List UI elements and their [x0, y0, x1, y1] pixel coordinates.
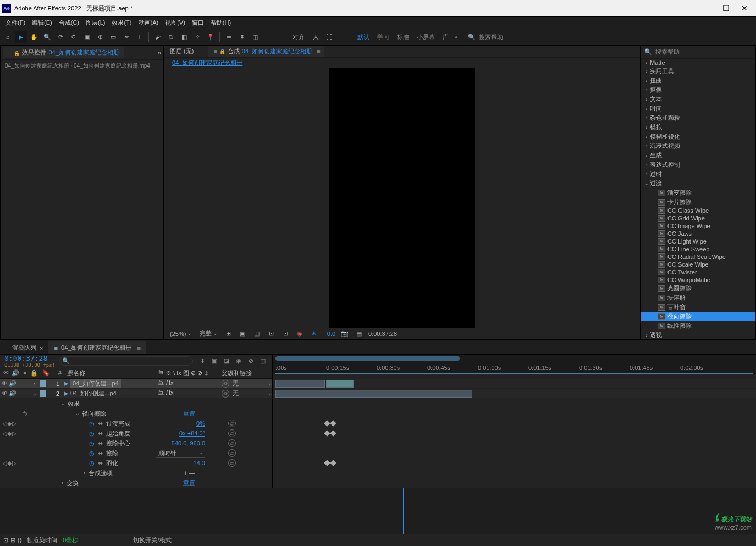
prop-value[interactable]: 0%: [196, 420, 205, 427]
workspace-tab[interactable]: 库: [443, 33, 449, 41]
close-button[interactable]: ✕: [735, 2, 754, 15]
shape-tool[interactable]: ▭: [107, 31, 119, 43]
keyframe[interactable]: [330, 430, 336, 436]
roi-icon[interactable]: ◫: [252, 329, 262, 339]
viewaxis-tool[interactable]: ◫: [249, 31, 261, 43]
effect-item[interactable]: fxCC WarpoMatic: [641, 276, 755, 284]
panel-menu-icon[interactable]: ≡: [317, 48, 320, 54]
effect-category[interactable]: ›实用工具: [641, 67, 755, 76]
stopwatch-icon[interactable]: ◷: [89, 430, 95, 437]
worldaxis-tool[interactable]: ⬍: [236, 31, 248, 43]
pickwhip-icon[interactable]: @: [222, 380, 229, 388]
shy-icon[interactable]: ◪: [222, 357, 231, 365]
video-column-icon[interactable]: 👁: [2, 369, 10, 377]
menu-item[interactable]: 效果(T): [108, 18, 135, 28]
rotate-tool[interactable]: ⥀: [68, 31, 80, 43]
mask-icon[interactable]: ▣: [238, 329, 247, 339]
parent-dropdown[interactable]: 无: [233, 389, 239, 398]
menubar[interactable]: 文件(F)编辑(E)合成(C)图层(L)效果(T)动画(A)视图(V)窗口帮助(…: [0, 16, 756, 29]
workspace-tab[interactable]: 标准: [397, 33, 409, 41]
pickwhip-icon[interactable]: @: [228, 449, 236, 457]
effect-item[interactable]: fx径向擦除: [641, 312, 755, 321]
timeline-comp-tab[interactable]: ■ 04_如何创建家庭纪念相册 ≡: [48, 341, 146, 354]
effect-item[interactable]: fxCC Scale Wipe: [641, 261, 755, 268]
effects-group-label[interactable]: 效果: [68, 400, 80, 408]
keyframe[interactable]: [324, 420, 330, 426]
reset-link[interactable]: 重置: [183, 410, 195, 418]
search-input[interactable]: 搜索帮助: [479, 33, 503, 41]
maximize-button[interactable]: ☐: [716, 2, 735, 15]
effect-item[interactable]: fx卡片擦除: [641, 197, 755, 207]
toggle-switch-icon[interactable]: ⊞: [10, 537, 15, 544]
grid-icon[interactable]: ⊡: [266, 329, 276, 339]
comp-mini-flowchart-icon[interactable]: ⬍: [197, 357, 207, 365]
effect-item[interactable]: fx百叶窗: [641, 302, 755, 312]
toggle-switch-icon[interactable]: {}: [18, 537, 21, 544]
property-row[interactable]: ◁◆▷◷ ⬌ 羽化14.0@: [0, 458, 272, 468]
effect-category-expanded[interactable]: ⌵过渡: [641, 179, 755, 188]
localaxis-tool[interactable]: ⬌: [223, 31, 235, 43]
property-row[interactable]: ◁◆▷◷ ⬌ 过渡完成0%@: [0, 418, 272, 428]
lock-column-icon[interactable]: 🔒: [30, 369, 38, 377]
timeline-navigator[interactable]: [275, 356, 460, 361]
type-tool[interactable]: T: [134, 31, 146, 43]
frame-blend-icon[interactable]: ◉: [234, 357, 244, 365]
pickwhip-icon[interactable]: @: [222, 390, 229, 398]
prop-value[interactable]: 540.0, 960.0: [172, 440, 205, 446]
work-area-bar[interactable]: [275, 373, 753, 374]
layer-clip[interactable]: [326, 380, 354, 388]
effects-search-input[interactable]: 搜索帮助: [655, 48, 680, 56]
source-name-header[interactable]: 源名称: [62, 369, 158, 377]
layer-panel-tab[interactable]: 图层 (无): [167, 46, 197, 57]
menu-item[interactable]: 帮助(H): [207, 18, 234, 28]
motion-blur-icon[interactable]: ⊘: [246, 357, 256, 365]
property-row[interactable]: ◁◆▷◷ ⬌ 起始角度0x +84.0°@: [0, 428, 272, 438]
time-ruler[interactable]: :00s0:00:15s0:00:30s0:00:45s0:01:00s0:01…: [273, 362, 756, 374]
effect-category[interactable]: ›过时: [641, 169, 755, 179]
effect-category[interactable]: ›杂色和颗粒: [641, 113, 755, 123]
show-snapshot-icon[interactable]: ▤: [354, 329, 364, 339]
brush-tool[interactable]: 🖌: [152, 31, 164, 43]
home-tool[interactable]: ⌂: [2, 31, 14, 43]
resolution-dropdown[interactable]: 完整⌵: [197, 329, 219, 338]
layer-row-1[interactable]: 👁🔊 › 1 ▶04_如何创建...p4 单/fx @无⌵: [0, 379, 272, 389]
stopwatch-icon[interactable]: ◷: [89, 420, 95, 427]
exposure-icon[interactable]: ☀: [309, 329, 319, 339]
graph-editor-icon[interactable]: ◫: [258, 357, 268, 365]
menu-item[interactable]: 合成(C): [56, 18, 82, 28]
audio-column-icon[interactable]: 🔊: [12, 369, 19, 377]
keyframe[interactable]: [324, 430, 330, 436]
transparency-grid-icon[interactable]: ⊞: [223, 329, 233, 339]
property-row[interactable]: ◷ ⬌ 擦除顺时针@: [0, 448, 272, 458]
effect-item[interactable]: fx线性擦除: [641, 321, 755, 330]
transform-reset[interactable]: 重置: [183, 479, 195, 487]
layer-name[interactable]: 04_如何创建...p4: [70, 379, 121, 388]
prop-dropdown[interactable]: 顺时针: [156, 449, 205, 458]
exposure-value[interactable]: +0.0: [323, 330, 335, 337]
zoom-tool[interactable]: 🔍: [41, 31, 53, 43]
guides-icon[interactable]: ⊡: [280, 329, 290, 339]
effect-category[interactable]: ›透视: [641, 330, 755, 339]
lock-icon[interactable]: [219, 48, 225, 54]
panel-menu-icon[interactable]: ≡: [213, 48, 217, 54]
preview-timecode[interactable]: 0:00:37:28: [368, 330, 397, 337]
minimize-button[interactable]: —: [698, 2, 716, 15]
effect-item[interactable]: fx渐变擦除: [641, 188, 755, 197]
workspace-tab[interactable]: 学习: [377, 33, 389, 41]
composite-options[interactable]: 合成选项: [89, 469, 113, 477]
roto-tool[interactable]: ✧: [191, 31, 203, 43]
menu-item[interactable]: 文件(F): [2, 18, 29, 28]
pickwhip-icon[interactable]: @: [228, 439, 236, 447]
solo-column-icon[interactable]: ●: [21, 369, 29, 377]
effect-category[interactable]: ›Matte: [641, 59, 755, 67]
effect-item[interactable]: fx块溶解: [641, 293, 755, 302]
effect-item[interactable]: fx光圈擦除: [641, 284, 755, 293]
prop-value[interactable]: 14.0: [194, 460, 205, 466]
effect-item[interactable]: fxCC Twister: [641, 268, 755, 276]
hand-tool[interactable]: ✋: [28, 31, 40, 43]
layer-clip[interactable]: [275, 390, 472, 398]
menu-item[interactable]: 图层(L): [82, 18, 108, 28]
workspace-tab[interactable]: 小屏幕: [417, 33, 435, 41]
toggle-switches-button[interactable]: 切换开关/模式: [133, 536, 171, 544]
snapshot-icon[interactable]: 📷: [340, 329, 350, 339]
